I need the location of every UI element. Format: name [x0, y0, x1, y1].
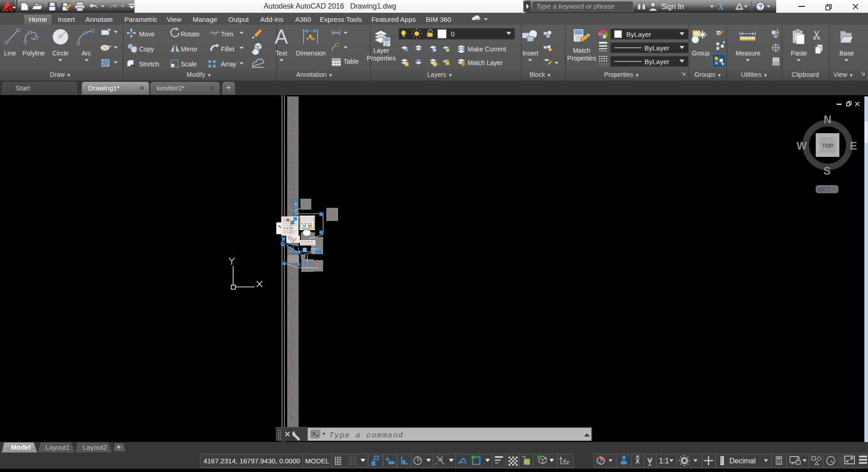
- svg-text:Polyline: Polyline: [22, 50, 45, 57]
- svg-text:Match Layer: Match Layer: [468, 59, 503, 66]
- svg-text:Text: Text: [275, 50, 287, 57]
- svg-text:E: E: [850, 140, 857, 152]
- svg-text:Model: Model: [11, 443, 30, 451]
- svg-text:Move: Move: [139, 30, 155, 38]
- svg-text:Rotate: Rotate: [181, 30, 200, 38]
- svg-text:Measure: Measure: [736, 50, 761, 57]
- svg-text:A: A: [274, 25, 288, 48]
- svg-text:Stretch: Stretch: [139, 60, 159, 68]
- svg-text:TOP: TOP: [822, 143, 833, 149]
- svg-text:X: X: [718, 1, 724, 11]
- svg-text:Array: Array: [221, 60, 236, 68]
- svg-text:Circle: Circle: [52, 50, 69, 57]
- svg-text:Layer: Layer: [373, 47, 389, 54]
- svg-text:?: ?: [758, 3, 763, 10]
- svg-text:MODEL: MODEL: [305, 457, 329, 465]
- svg-text:Type a command: Type a command: [329, 431, 404, 440]
- svg-text:Type a keyword or phrase: Type a keyword or phrase: [536, 2, 614, 10]
- svg-text:Layout2: Layout2: [83, 443, 107, 451]
- svg-text:ByLayer: ByLayer: [644, 44, 669, 52]
- svg-text:Copy: Copy: [139, 45, 154, 53]
- svg-text:Base: Base: [839, 50, 854, 57]
- svg-text:4167.2314, 16797.9430, 0.0000: 4167.2314, 16797.9430, 0.0000: [204, 457, 300, 465]
- svg-text:Properties: Properties: [567, 55, 596, 62]
- svg-text:ByLayer: ByLayer: [644, 58, 669, 65]
- svg-text:Properties: Properties: [367, 55, 396, 62]
- svg-text:Insert: Insert: [522, 50, 538, 57]
- svg-text:+: +: [117, 443, 120, 451]
- svg-text:Dimension: Dimension: [296, 50, 326, 57]
- svg-text:1:1: 1:1: [659, 457, 669, 465]
- svg-text:Scale: Scale: [181, 60, 197, 68]
- svg-text:Table: Table: [344, 58, 359, 65]
- svg-text:WCS: WCS: [818, 186, 830, 193]
- svg-text:Mirror: Mirror: [181, 45, 198, 53]
- svg-text:Sign In: Sign In: [661, 3, 684, 10]
- svg-text:Paste: Paste: [791, 50, 807, 57]
- svg-text:S: S: [823, 165, 831, 177]
- svg-text:0: 0: [451, 30, 454, 38]
- svg-text:Line: Line: [4, 50, 16, 57]
- svg-text:N: N: [823, 113, 831, 126]
- svg-text:Group: Group: [692, 50, 710, 57]
- svg-text:W: W: [797, 140, 807, 152]
- svg-text:Arc: Arc: [82, 50, 91, 57]
- svg-text:Make Current: Make Current: [468, 45, 506, 53]
- svg-text:Layout1: Layout1: [45, 443, 70, 451]
- svg-text:Trim: Trim: [221, 30, 233, 38]
- svg-text:Decimal: Decimal: [729, 457, 756, 465]
- svg-text:Match: Match: [573, 47, 590, 54]
- svg-text:ByLayer: ByLayer: [626, 30, 651, 38]
- svg-text:Fillet: Fillet: [221, 45, 234, 53]
